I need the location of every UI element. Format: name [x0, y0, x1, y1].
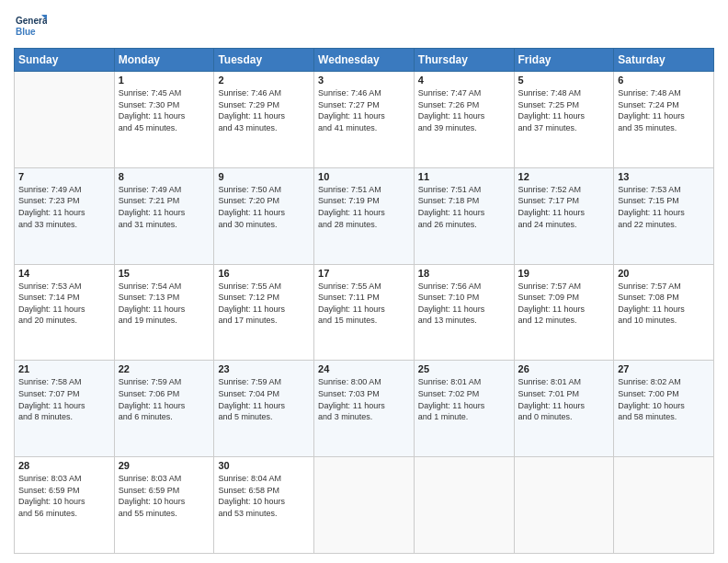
- day-cell: 22Sunrise: 7:59 AMSunset: 7:06 PMDayligh…: [114, 361, 214, 457]
- day-number: 20: [618, 268, 710, 279]
- day-number: 30: [218, 460, 310, 471]
- day-info: Sunrise: 7:46 AMSunset: 7:27 PMDaylight:…: [318, 87, 410, 133]
- day-number: 19: [518, 268, 610, 279]
- day-info: Sunrise: 8:02 AMSunset: 7:00 PMDaylight:…: [618, 376, 710, 422]
- day-number: 12: [518, 171, 610, 182]
- day-cell: 11Sunrise: 7:51 AMSunset: 7:18 PMDayligh…: [414, 167, 514, 264]
- day-number: 6: [618, 75, 710, 86]
- day-cell: 29Sunrise: 8:03 AMSunset: 6:59 PMDayligh…: [114, 457, 214, 554]
- day-info: Sunrise: 8:01 AMSunset: 7:01 PMDaylight:…: [518, 376, 610, 422]
- day-info: Sunrise: 7:59 AMSunset: 7:06 PMDaylight:…: [119, 376, 210, 422]
- day-number: 9: [218, 171, 310, 182]
- col-header-tuesday: Tuesday: [214, 49, 314, 72]
- day-number: 23: [218, 363, 310, 374]
- day-number: 7: [18, 171, 110, 182]
- day-info: Sunrise: 7:53 AMSunset: 7:14 PMDaylight:…: [18, 281, 110, 327]
- day-number: 8: [119, 171, 210, 182]
- day-info: Sunrise: 7:59 AMSunset: 7:04 PMDaylight:…: [218, 376, 310, 422]
- day-cell: 12Sunrise: 7:52 AMSunset: 7:17 PMDayligh…: [514, 167, 614, 264]
- day-number: 18: [418, 268, 510, 279]
- day-cell: 6Sunrise: 7:48 AMSunset: 7:24 PMDaylight…: [614, 72, 714, 168]
- day-cell: [414, 457, 514, 554]
- day-info: Sunrise: 8:01 AMSunset: 7:02 PMDaylight:…: [418, 376, 510, 422]
- day-cell: 27Sunrise: 8:02 AMSunset: 7:00 PMDayligh…: [614, 361, 714, 457]
- day-cell: 14Sunrise: 7:53 AMSunset: 7:14 PMDayligh…: [15, 264, 115, 361]
- calendar-table: SundayMondayTuesdayWednesdayThursdayFrid…: [14, 48, 714, 554]
- day-number: 1: [119, 75, 210, 86]
- day-cell: 3Sunrise: 7:46 AMSunset: 7:27 PMDaylight…: [314, 72, 415, 168]
- day-number: 4: [418, 75, 510, 86]
- day-cell: 23Sunrise: 7:59 AMSunset: 7:04 PMDayligh…: [214, 361, 314, 457]
- day-cell: 19Sunrise: 7:57 AMSunset: 7:09 PMDayligh…: [514, 264, 614, 361]
- day-info: Sunrise: 7:56 AMSunset: 7:10 PMDaylight:…: [418, 281, 510, 327]
- day-cell: 25Sunrise: 8:01 AMSunset: 7:02 PMDayligh…: [414, 361, 514, 457]
- day-info: Sunrise: 7:54 AMSunset: 7:13 PMDaylight:…: [119, 281, 210, 327]
- col-header-sunday: Sunday: [15, 49, 115, 72]
- day-cell: [614, 457, 714, 554]
- day-info: Sunrise: 7:49 AMSunset: 7:21 PMDaylight:…: [119, 184, 210, 230]
- day-info: Sunrise: 7:48 AMSunset: 7:24 PMDaylight:…: [618, 87, 710, 133]
- col-header-monday: Monday: [114, 49, 214, 72]
- day-info: Sunrise: 7:52 AMSunset: 7:17 PMDaylight:…: [518, 184, 610, 230]
- day-number: 21: [18, 363, 110, 374]
- day-info: Sunrise: 7:49 AMSunset: 7:23 PMDaylight:…: [18, 184, 110, 230]
- day-cell: 4Sunrise: 7:47 AMSunset: 7:26 PMDaylight…: [414, 72, 514, 168]
- page: General Blue SundayMondayTuesdayWednesda…: [0, 0, 728, 563]
- day-cell: [514, 457, 614, 554]
- day-number: 28: [18, 460, 110, 471]
- day-cell: 30Sunrise: 8:04 AMSunset: 6:58 PMDayligh…: [214, 457, 314, 554]
- col-header-wednesday: Wednesday: [314, 49, 415, 72]
- day-number: 3: [318, 75, 410, 86]
- day-cell: 28Sunrise: 8:03 AMSunset: 6:59 PMDayligh…: [15, 457, 115, 554]
- week-row-3: 14Sunrise: 7:53 AMSunset: 7:14 PMDayligh…: [15, 264, 714, 361]
- day-cell: 17Sunrise: 7:55 AMSunset: 7:11 PMDayligh…: [314, 264, 415, 361]
- day-info: Sunrise: 7:48 AMSunset: 7:25 PMDaylight:…: [518, 87, 610, 133]
- day-number: 14: [18, 268, 110, 279]
- day-cell: 24Sunrise: 8:00 AMSunset: 7:03 PMDayligh…: [314, 361, 415, 457]
- day-number: 24: [318, 363, 410, 374]
- day-cell: 18Sunrise: 7:56 AMSunset: 7:10 PMDayligh…: [414, 264, 514, 361]
- day-number: 29: [119, 460, 210, 471]
- day-info: Sunrise: 8:03 AMSunset: 6:59 PMDaylight:…: [18, 473, 110, 519]
- col-header-thursday: Thursday: [414, 49, 514, 72]
- logo-svg: General Blue: [14, 9, 47, 42]
- day-number: 10: [318, 171, 410, 182]
- day-cell: [314, 457, 415, 554]
- day-cell: 10Sunrise: 7:51 AMSunset: 7:19 PMDayligh…: [314, 167, 415, 264]
- week-row-5: 28Sunrise: 8:03 AMSunset: 6:59 PMDayligh…: [15, 457, 714, 554]
- day-info: Sunrise: 7:53 AMSunset: 7:15 PMDaylight:…: [618, 184, 710, 230]
- day-number: 5: [518, 75, 610, 86]
- day-info: Sunrise: 7:58 AMSunset: 7:07 PMDaylight:…: [18, 376, 110, 422]
- day-number: 16: [218, 268, 310, 279]
- day-cell: 1Sunrise: 7:45 AMSunset: 7:30 PMDaylight…: [114, 72, 214, 168]
- day-info: Sunrise: 7:57 AMSunset: 7:08 PMDaylight:…: [618, 281, 710, 327]
- day-number: 15: [119, 268, 210, 279]
- day-number: 26: [518, 363, 610, 374]
- day-info: Sunrise: 8:04 AMSunset: 6:58 PMDaylight:…: [218, 473, 310, 519]
- day-cell: 16Sunrise: 7:55 AMSunset: 7:12 PMDayligh…: [214, 264, 314, 361]
- header-row: SundayMondayTuesdayWednesdayThursdayFrid…: [15, 49, 714, 72]
- day-info: Sunrise: 7:51 AMSunset: 7:18 PMDaylight:…: [418, 184, 510, 230]
- day-number: 13: [618, 171, 710, 182]
- day-info: Sunrise: 7:47 AMSunset: 7:26 PMDaylight:…: [418, 87, 510, 133]
- day-cell: 15Sunrise: 7:54 AMSunset: 7:13 PMDayligh…: [114, 264, 214, 361]
- day-info: Sunrise: 7:51 AMSunset: 7:19 PMDaylight:…: [318, 184, 410, 230]
- day-info: Sunrise: 7:57 AMSunset: 7:09 PMDaylight:…: [518, 281, 610, 327]
- day-cell: 13Sunrise: 7:53 AMSunset: 7:15 PMDayligh…: [614, 167, 714, 264]
- day-info: Sunrise: 7:55 AMSunset: 7:11 PMDaylight:…: [318, 281, 410, 327]
- svg-text:General: General: [16, 16, 47, 26]
- day-cell: 9Sunrise: 7:50 AMSunset: 7:20 PMDaylight…: [214, 167, 314, 264]
- svg-text:Blue: Blue: [16, 27, 36, 37]
- day-number: 17: [318, 268, 410, 279]
- day-cell: 21Sunrise: 7:58 AMSunset: 7:07 PMDayligh…: [15, 361, 115, 457]
- day-info: Sunrise: 7:45 AMSunset: 7:30 PMDaylight:…: [119, 87, 210, 133]
- week-row-1: 1Sunrise: 7:45 AMSunset: 7:30 PMDaylight…: [15, 72, 714, 168]
- svg-rect-0: [14, 9, 47, 42]
- week-row-2: 7Sunrise: 7:49 AMSunset: 7:23 PMDaylight…: [15, 167, 714, 264]
- day-number: 22: [119, 363, 210, 374]
- day-info: Sunrise: 8:03 AMSunset: 6:59 PMDaylight:…: [119, 473, 210, 519]
- day-info: Sunrise: 7:50 AMSunset: 7:20 PMDaylight:…: [218, 184, 310, 230]
- day-cell: 2Sunrise: 7:46 AMSunset: 7:29 PMDaylight…: [214, 72, 314, 168]
- col-header-friday: Friday: [514, 49, 614, 72]
- logo: General Blue: [14, 9, 47, 42]
